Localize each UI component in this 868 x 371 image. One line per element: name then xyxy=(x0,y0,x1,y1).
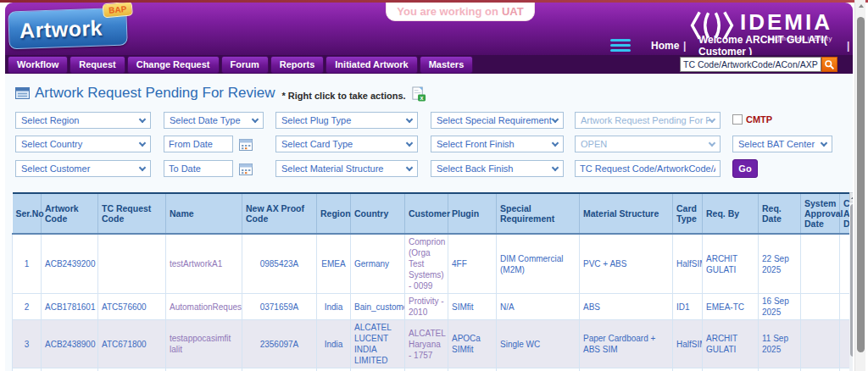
region-select-value: Select Region xyxy=(21,115,140,125)
cell-system-approval-date xyxy=(801,368,840,371)
cell-card-type: HalfSIM xyxy=(673,234,703,294)
region-select[interactable]: Select Region xyxy=(15,112,151,129)
col-tc-request-code[interactable]: TC Request Code xyxy=(98,193,166,234)
svg-text:x: x xyxy=(420,95,423,102)
date-type-select[interactable]: Select Date Type xyxy=(164,112,264,129)
chevron-down-icon xyxy=(552,139,559,146)
cell-cust-approval-date xyxy=(840,320,850,368)
chevron-down-icon xyxy=(139,163,146,170)
cell-plugin: SIMfit xyxy=(448,294,497,320)
nav-item-masters[interactable]: Masters xyxy=(420,56,474,74)
environment-banner-text: You are working on xyxy=(397,5,498,18)
card-type-select[interactable]: Select Card Type xyxy=(275,136,418,152)
col-new-ax-proof-code[interactable]: New AX Proof Code xyxy=(242,193,317,234)
cell-cust-approval-date xyxy=(840,234,850,294)
cell-new-ax-proof-code: 0371659A xyxy=(242,294,317,320)
col-ser-no[interactable]: Ser.No xyxy=(13,193,42,234)
table-header-row: Ser.No Artwork Code TC Request Code Name… xyxy=(13,193,850,234)
table-row[interactable]: 2 ACB1781601 ATC576600 AutomationRequest… xyxy=(13,294,850,320)
cell-country: GLOBETOUCH TECHNOLOGIES PVT LTD xyxy=(351,368,405,371)
cell-tc-request-code: ATC576600 xyxy=(98,294,166,320)
global-search xyxy=(680,57,837,72)
cell-ser-no: 3 xyxy=(13,320,42,368)
chevron-down-icon xyxy=(139,139,146,146)
code-search-input[interactable] xyxy=(575,160,721,177)
main-nav: Workflow Request Change Request Forum Re… xyxy=(5,55,853,74)
global-search-input[interactable] xyxy=(680,57,821,72)
nav-item-change-request[interactable]: Change Request xyxy=(127,56,220,74)
nav-item-request[interactable]: Request xyxy=(70,56,125,74)
status-select[interactable]: Artwork Request Pending For Review xyxy=(575,112,721,129)
window-scrollbar-thumb[interactable] xyxy=(857,17,865,352)
col-customer[interactable]: Customer xyxy=(405,193,448,234)
special-requirement-select[interactable]: Select Special Requirement xyxy=(431,112,564,129)
material-structure-select[interactable]: Select Material Structure xyxy=(275,160,418,177)
col-req-by[interactable]: Req. By xyxy=(703,193,759,234)
table-row[interactable]: 1 ACB2439200 testArtworkA1 0985423A EMEA… xyxy=(13,234,850,294)
separator: | xyxy=(683,40,686,52)
app-header: Artwork BAP You are working on UAT IDEMI… xyxy=(5,3,853,55)
open-status-select-value: OPEN xyxy=(581,139,709,149)
calendar-icon[interactable] xyxy=(239,138,253,151)
report-icon xyxy=(15,87,30,99)
table-row[interactable]: 3 ACB2438900 ATC671800 testappocasimfit … xyxy=(13,320,850,368)
cell-card-type: HalfSIM xyxy=(673,320,703,368)
go-button[interactable]: Go xyxy=(732,159,758,178)
menu-icon[interactable] xyxy=(610,39,631,52)
cell-customer: ALCATEL Haryana - 1757 xyxy=(405,320,448,368)
nav-item-forum[interactable]: Forum xyxy=(221,56,269,74)
cell-customer: Comprion (Orga Test Systems) - 0099 xyxy=(405,234,448,294)
cmtp-checkbox[interactable] xyxy=(732,114,743,125)
cell-artwork-code: ACB1781601 xyxy=(42,294,98,320)
cell-special-requirement: DIM Commercial (M2M) xyxy=(497,368,580,371)
calendar-icon[interactable] xyxy=(239,163,253,175)
front-finish-select-value: Select Front Finish xyxy=(437,139,553,149)
cell-req-date: 16 Sep 2025 xyxy=(759,294,801,320)
cell-region: India xyxy=(317,320,351,368)
nav-item-reports[interactable]: Reports xyxy=(270,56,325,74)
col-card-type[interactable]: Card Type xyxy=(673,193,703,234)
card-type-select-value: Select Card Type xyxy=(281,139,407,149)
nav-item-workflow[interactable]: Workflow xyxy=(8,56,68,74)
col-region[interactable]: Region xyxy=(317,193,351,234)
customer-select[interactable]: Select Customer xyxy=(15,160,151,177)
cell-system-approval-date xyxy=(801,294,840,320)
cell-req-by: ARCHIT GULATI xyxy=(703,234,759,294)
table-row[interactable]: 4 ACB2438100 ATC670800 A2_16_07_2025 768… xyxy=(13,368,850,371)
cell-tc-request-code xyxy=(98,234,166,294)
from-date-input[interactable] xyxy=(164,136,233,152)
to-date-input[interactable] xyxy=(164,160,233,177)
col-material-structure[interactable]: Material Structure xyxy=(580,193,673,234)
home-link[interactable]: Home xyxy=(651,40,679,52)
results-table: Ser.No Artwork Code TC Request Code Name… xyxy=(12,192,849,371)
cell-system-approval-date xyxy=(801,234,840,294)
col-artwork-code[interactable]: Artwork Code xyxy=(42,193,98,234)
col-system-approval-date[interactable]: System Approval Date xyxy=(801,193,840,234)
back-finish-select[interactable]: Select Back Finish xyxy=(431,160,564,177)
plug-type-select[interactable]: Select Plug Type xyxy=(275,112,418,129)
search-button[interactable] xyxy=(821,57,837,72)
col-special-requirement[interactable]: Special Requirement xyxy=(497,193,580,234)
col-req-date[interactable]: Req. Date xyxy=(759,193,801,234)
open-status-select[interactable]: OPEN xyxy=(575,136,721,152)
cell-cust-approval-date xyxy=(840,294,850,320)
cell-special-requirement: DIM Commercial (M2M) xyxy=(497,234,580,294)
country-select[interactable]: Select Country xyxy=(15,136,151,152)
col-name[interactable]: Name xyxy=(166,193,242,234)
window-scrollbar[interactable] xyxy=(854,0,865,371)
table-scrollbar[interactable] xyxy=(849,192,853,371)
col-plugin[interactable]: Plugin xyxy=(448,193,497,234)
table-scrollbar-thumb[interactable] xyxy=(850,204,853,357)
cmtp-label: CMTP xyxy=(746,114,772,125)
cell-customer: Globetouch Corporate - 125 xyxy=(405,368,448,371)
bat-center-select[interactable]: Select BAT Center xyxy=(732,136,832,152)
scroll-up-icon[interactable] xyxy=(855,0,866,12)
front-finish-select[interactable]: Select Front Finish xyxy=(431,136,564,152)
nav-item-initiated-artwork[interactable]: Initiated Artwork xyxy=(326,56,417,74)
cell-plugin: APOCa SIMfit xyxy=(448,320,497,368)
export-excel-icon[interactable]: x xyxy=(411,86,426,102)
welcome-text: Welcome ARCHIT GULATI( Customer ) xyxy=(698,34,853,58)
col-country[interactable]: Country xyxy=(351,193,405,234)
scroll-up-icon[interactable] xyxy=(849,192,853,202)
chevron-down-icon xyxy=(139,115,146,122)
